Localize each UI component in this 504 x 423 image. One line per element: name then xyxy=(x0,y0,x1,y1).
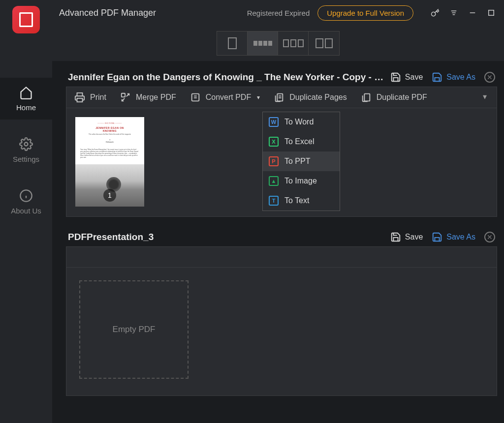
nav-home-label: Home xyxy=(16,103,36,112)
main-panel: Advanced PDF Manager Registered Expired … xyxy=(52,0,504,423)
toolbar-overflow-button[interactable]: ▾ xyxy=(481,93,489,101)
convert-to-ppt[interactable]: P To PPT xyxy=(263,151,340,171)
document-section: PDFPresentation_3 Save Save As ✕ xyxy=(66,228,497,396)
page-number-badge: 1 xyxy=(103,189,116,202)
document-header: Jennifer Egan on the Dangers of Knowing … xyxy=(66,68,497,87)
viewmode-two-up[interactable] xyxy=(309,31,339,55)
convert-to-text[interactable]: T To Text xyxy=(263,191,340,211)
convert-to-excel[interactable]: X To Excel xyxy=(263,132,340,151)
page-thumbnail[interactable]: ──── FICTION ──── JENNIFER EGAN ON KNOWI… xyxy=(75,117,144,207)
app-title: Advanced PDF Manager xyxy=(59,8,156,18)
svg-point-0 xyxy=(25,143,28,146)
document-body: Empty PDF xyxy=(66,246,497,396)
document-toolbar: Print Merge PDF Convert PDF ▾ Duplicate … xyxy=(66,87,497,108)
app-logo xyxy=(12,6,40,33)
key-icon[interactable] xyxy=(429,7,441,19)
svg-rect-9 xyxy=(77,98,83,102)
content-area: Jennifer Egan on the Dangers of Knowing … xyxy=(52,61,504,423)
viewmode-thumbnails[interactable] xyxy=(248,31,278,55)
sidebar: Home Settings About Us xyxy=(0,0,52,423)
nav-home[interactable]: Home xyxy=(0,78,52,120)
document-header: PDFPresentation_3 Save Save As ✕ xyxy=(66,228,497,246)
convert-to-image[interactable]: ▲ To Image xyxy=(263,171,340,191)
svg-rect-8 xyxy=(489,10,494,16)
merge-pdf-button[interactable]: Merge PDF xyxy=(120,92,176,103)
convert-dropdown: W To Word X To Excel P To PPT ▲ xyxy=(262,112,340,211)
close-document-button[interactable]: ✕ xyxy=(484,72,495,83)
duplicate-pdf-icon xyxy=(361,92,372,103)
nav-settings-label: Settings xyxy=(13,155,39,163)
convert-icon xyxy=(190,92,201,103)
viewmode-bar xyxy=(52,26,504,61)
save-icon xyxy=(390,232,401,242)
gear-icon xyxy=(19,137,33,151)
text-icon: T xyxy=(269,196,279,206)
image-icon: ▲ xyxy=(269,176,279,186)
chevron-down-icon: ▾ xyxy=(257,94,260,101)
minimize-button[interactable] xyxy=(467,7,478,19)
titlebar: Advanced PDF Manager Registered Expired … xyxy=(52,0,504,26)
info-icon xyxy=(19,189,33,203)
nav-settings[interactable]: Settings xyxy=(0,129,52,171)
document-title: Jennifer Egan on the Dangers of Knowing … xyxy=(68,72,390,83)
menu-icon[interactable] xyxy=(448,7,460,19)
save-as-icon xyxy=(432,72,442,83)
svg-rect-17 xyxy=(364,94,370,101)
document-title: PDFPresentation_3 xyxy=(68,232,390,242)
empty-pdf-placeholder[interactable]: Empty PDF xyxy=(79,280,189,379)
print-button[interactable]: Print xyxy=(74,92,106,103)
svg-rect-10 xyxy=(122,93,125,97)
convert-to-word[interactable]: W To Word xyxy=(263,112,340,132)
document-section: Jennifer Egan on the Dangers of Knowing … xyxy=(66,68,497,217)
page-area: Empty PDF xyxy=(66,268,497,395)
ppt-icon: P xyxy=(269,156,279,166)
document-toolbar-empty xyxy=(66,247,497,268)
save-button[interactable]: Save xyxy=(390,72,423,83)
duplicate-pages-button[interactable]: Duplicate Pages xyxy=(274,92,347,103)
close-document-button[interactable]: ✕ xyxy=(484,232,495,242)
excel-icon: X xyxy=(269,137,279,147)
nav-about-label: About Us xyxy=(11,207,41,215)
convert-pdf-button[interactable]: Convert PDF ▾ xyxy=(190,92,260,103)
viewmode-single-page[interactable] xyxy=(217,31,248,55)
maximize-button[interactable] xyxy=(485,7,497,19)
duplicate-pages-icon xyxy=(274,92,284,103)
print-icon xyxy=(74,92,85,103)
save-as-button[interactable]: Save As xyxy=(432,72,475,83)
duplicate-pdf-button[interactable]: Duplicate PDF xyxy=(361,92,427,103)
viewmode-grid[interactable] xyxy=(278,31,309,55)
save-as-button[interactable]: Save As xyxy=(432,232,475,242)
save-button[interactable]: Save xyxy=(390,232,423,242)
document-body: Print Merge PDF Convert PDF ▾ Duplicate … xyxy=(66,87,497,217)
registration-status: Registered Expired xyxy=(247,9,310,17)
save-as-icon xyxy=(432,232,442,242)
word-icon: W xyxy=(269,117,279,127)
upgrade-button[interactable]: Upgrade to Full Version xyxy=(317,5,413,21)
home-icon xyxy=(19,86,33,99)
save-icon xyxy=(390,72,401,83)
merge-icon xyxy=(120,92,131,103)
nav-about[interactable]: About Us xyxy=(0,181,52,223)
